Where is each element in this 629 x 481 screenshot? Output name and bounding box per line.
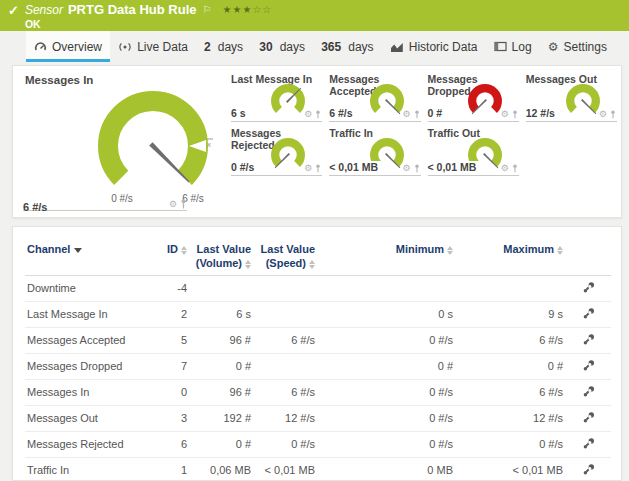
channels-table-panel: Channel ID Last Value(Volume) Last Value… [12,226,622,481]
tab-live-data[interactable]: Live Data [110,31,196,62]
table-row: Messages Rejected 6 0 # 0 #/s 0 #/s 0 #/… [25,431,611,457]
last-value-speed [253,275,317,301]
main-gauge-footer: 6 #/s ⚙ [23,197,187,211]
sensor-banner: ✓ Sensor PRTG Data Hub Rule ⚐ ★★★☆☆ OK [0,0,629,31]
sort-icon[interactable] [181,246,187,255]
gear-icon: ⚙ [548,41,559,53]
last-value-volume: 192 # [189,405,253,431]
tab-overview[interactable]: Overview [26,31,110,62]
maximum-value: 0 # [455,353,565,379]
gauge-settings-gear-icon[interactable]: ⚙ [304,110,312,119]
channel-name[interactable]: Messages Dropped [25,353,147,379]
last-value-speed: 6 #/s [253,379,317,405]
channel-name[interactable]: Messages Accepted [25,327,147,353]
sort-icon[interactable] [309,260,315,269]
gauge-value: < 0,01 MB [329,161,381,173]
pin-icon[interactable] [180,199,187,209]
pin-icon[interactable] [315,110,321,119]
tab-2-days[interactable]: 2days [196,31,251,62]
maximum-value: 9 s [455,301,565,327]
edit-channel-wrench-icon[interactable] [582,411,595,424]
channel-id: 3 [147,405,189,431]
tab-30-days[interactable]: 30days [251,31,313,62]
channel-id: -4 [147,275,189,301]
sort-icon[interactable] [447,246,453,255]
pin-icon[interactable] [315,164,321,173]
average-marker: x [207,140,211,149]
area-chart-icon [390,41,404,53]
sensor-tab-bar: Overview Live Data 2days 30days 365days … [0,31,629,62]
gauge-cell: Messages Dropped 0 # ⚙ [428,70,519,122]
gauge-settings-gear-icon[interactable]: ⚙ [304,164,312,173]
last-value-volume: 0 # [189,353,253,379]
table-row: Messages Out 3 192 # 12 #/s 0 #/s 12 #/s [25,405,611,431]
col-header-minimum[interactable]: Minimum [317,237,455,275]
col-header-last-value-speed[interactable]: Last Value(Speed) [253,237,317,275]
channel-name[interactable]: Last Message In [25,301,147,327]
pin-icon[interactable] [610,110,616,119]
maximum-value: 6 #/s [455,379,565,405]
tab-historic-data[interactable]: Historic Data [382,31,486,62]
last-value-speed: < 0,01 MB [253,457,317,481]
sort-icon[interactable] [557,246,563,255]
last-value-volume [189,275,253,301]
col-header-last-value-volume[interactable]: Last Value(Volume) [189,237,253,275]
pin-icon[interactable] [512,110,518,119]
tab-log[interactable]: Log [486,31,540,62]
object-kind-label: Sensor [25,3,63,17]
table-row: Messages In 0 96 # 6 #/s 0 #/s 6 #/s [25,379,611,405]
edit-channel-wrench-icon[interactable] [582,359,595,372]
channel-name[interactable]: Messages Rejected [25,431,147,457]
minimum-value: 0 MB [317,457,455,481]
col-header-channel[interactable]: Channel [25,237,147,275]
priority-stars[interactable]: ★★★☆☆ [222,3,272,17]
flag-icon[interactable]: ⚐ [203,3,212,17]
maximum-value [455,275,565,301]
col-header-id[interactable]: ID [147,237,189,275]
last-value-volume: 0,06 MB [189,457,253,481]
minimum-value: 0 #/s [317,379,455,405]
status-ok-check-icon: ✓ [8,4,19,18]
table-row: Last Message In 2 6 s 0 s 9 s [25,301,611,327]
gauge-settings-gear-icon[interactable]: ⚙ [501,164,509,173]
gauge-settings-gear-icon[interactable]: ⚙ [501,110,509,119]
edit-channel-wrench-icon[interactable] [582,437,595,450]
channel-name[interactable]: Messages Out [25,405,147,431]
pin-icon[interactable] [414,164,420,173]
gauges-overview-panel: Messages In x 0 #/s 6 #/s 6 #/s ⚙ Last M… [12,65,622,218]
gauge-settings-gear-icon[interactable]: ⚙ [169,200,177,209]
gauge-value: 12 #/s [526,107,558,119]
edit-channel-wrench-icon[interactable] [582,463,595,476]
gauge-cell: Messages Out 12 #/s ⚙ [526,70,617,122]
col-header-maximum[interactable]: Maximum [455,237,565,275]
gauge-settings-gear-icon[interactable]: ⚙ [402,164,410,173]
edit-channel-wrench-icon[interactable] [582,307,595,320]
tab-365-days[interactable]: 365days [313,31,381,62]
gauge-cell: Traffic In < 0,01 MB ⚙ [329,124,420,176]
edit-channel-wrench-icon[interactable] [582,281,595,294]
main-gauge: x [88,81,218,211]
sort-desc-icon [74,248,82,253]
last-value-speed [253,353,317,379]
sort-icon[interactable] [245,260,251,269]
minimum-value: 0 # [317,353,455,379]
edit-channel-wrench-icon[interactable] [582,385,595,398]
channel-name[interactable]: Messages In [25,379,147,405]
pin-icon[interactable] [414,110,420,119]
last-value-speed: 0 #/s [253,431,317,457]
minimum-value: 0 s [317,301,455,327]
tab-settings[interactable]: ⚙ Settings [540,31,615,62]
pin-icon[interactable] [512,164,518,173]
gauge-settings-gear-icon[interactable]: ⚙ [402,110,410,119]
channel-name[interactable]: Traffic In [25,457,147,481]
gauge-settings-gear-icon[interactable]: ⚙ [599,110,607,119]
gauge-value: 0 #/s [231,161,257,173]
edit-channel-wrench-icon[interactable] [582,333,595,346]
channel-id: 1 [147,457,189,481]
broadcast-icon [118,41,132,53]
minimum-value: 0 #/s [317,431,455,457]
gauge-cell: Traffic Out < 0,01 MB ⚙ [428,124,519,176]
status-badge: OK [25,18,272,30]
channel-name[interactable]: Downtime [25,275,147,301]
gauge-cell: Messages Accepted 6 #/s ⚙ [329,70,420,122]
